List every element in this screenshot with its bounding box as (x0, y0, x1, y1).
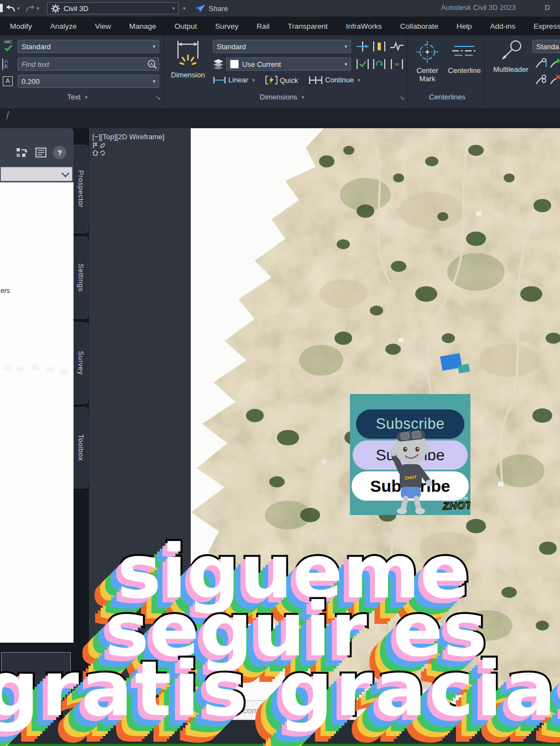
text-panel-launcher[interactable]: ↘ (155, 94, 160, 101)
viewport-mini-icons-row2 (92, 150, 106, 156)
dimension-button[interactable]: Dimension (168, 40, 208, 93)
toolspace-tab-survey[interactable]: Survey (74, 322, 88, 404)
share-plane-icon (195, 4, 206, 13)
workspace-dropdown[interactable]: Civil 3D ▾ (47, 2, 179, 14)
dim-chain-icon[interactable]: ∞ (390, 59, 404, 70)
civil3d-window: ▾ ▾ Civil 3D ▾ ▾ (0, 0, 560, 746)
viewport-label[interactable]: [−][Top][2D Wireframe] (92, 133, 164, 141)
drawing-tab-strip: / (0, 108, 560, 128)
help-button[interactable]: ? (53, 146, 66, 159)
tree-item-fragment: ers (1, 287, 10, 295)
multileader-label: Multileader (491, 65, 531, 73)
quick-dimension-button[interactable]: Quick (265, 76, 298, 85)
undo-button[interactable]: ▾ (6, 5, 20, 12)
text-style-dropdown[interactable]: Standard ▾ (18, 40, 159, 53)
add-leader-icon[interactable] (535, 57, 547, 69)
toolspace-combobox[interactable] (1, 167, 72, 181)
subscribe-overlay: Subscribe Subscribe Subscribe (350, 394, 470, 515)
center-mark-label: Center Mark (411, 66, 443, 83)
redo-button[interactable]: ▾ (25, 5, 40, 12)
toolspace-tab-toolbox[interactable]: Toolbox (74, 407, 88, 488)
leaf-icon[interactable] (100, 143, 106, 149)
tab-express-tools[interactable]: Express To (533, 22, 560, 30)
linear-icon (213, 77, 226, 83)
tab-infraworks[interactable]: InfraWorks (346, 22, 382, 30)
home-icon[interactable] (92, 150, 98, 156)
tab-survey[interactable]: Survey (215, 22, 238, 30)
toolspace-tab-settings[interactable]: Settings (74, 237, 88, 319)
leader-add-icon[interactable] (549, 57, 560, 69)
toolspace-tab-prospector[interactable]: Prospector (74, 145, 88, 233)
adjust-space-icon[interactable] (372, 41, 386, 52)
preview-pane-button[interactable] (34, 146, 48, 159)
text-height-icon: A (3, 76, 13, 86)
qat-customize-caret[interactable]: ▾ (183, 6, 186, 11)
jogged-line-icon[interactable] (390, 41, 404, 52)
spell-check-icon[interactable]: ABC (1, 40, 15, 53)
toolspace-tab-strip: Prospector Settings Survey Toolbox (74, 128, 89, 721)
centerlines-panel-title: Centerlines (411, 93, 483, 101)
workspace-label: Civil 3D (64, 4, 167, 13)
dimensions-panel-launcher[interactable]: ↘ (399, 94, 404, 101)
gear-icon (51, 4, 60, 13)
break-dimension-icon[interactable] (355, 41, 370, 52)
mleader-style-value: Standa (536, 43, 560, 51)
dropdown-caret: ▾ (344, 61, 347, 67)
dimensions-panel-title[interactable]: Dimensions▾ (232, 93, 332, 101)
mascot-character: ZHOT (376, 424, 443, 515)
continue-dimension-button[interactable]: Continue ▾ (308, 76, 360, 84)
tab-help[interactable]: Help (457, 22, 472, 30)
tab-transparent[interactable]: Transparent (287, 22, 327, 30)
dim-layer-dropdown[interactable]: Use Current ▾ (226, 57, 351, 71)
panel-separator (484, 36, 485, 106)
tab-output[interactable]: Output (175, 22, 197, 30)
tab-rail[interactable]: Rail (257, 22, 269, 30)
multileader-button[interactable]: Multileader (491, 40, 531, 101)
tab-modify[interactable]: Modify (10, 22, 32, 30)
centerline-button[interactable]: Centerline (446, 40, 483, 101)
tab-addins[interactable]: Add-ins (490, 22, 516, 30)
dim-check-icon[interactable] (355, 59, 370, 70)
text-panel-title[interactable]: Text▾ (33, 93, 122, 101)
svg-text:A: A (150, 61, 153, 66)
dim-style-value: Standard (217, 43, 343, 51)
redo-caret[interactable]: ▾ (37, 6, 40, 11)
toolspace-tree-area[interactable]: ers (0, 182, 74, 643)
linear-button[interactable]: Linear ▾ (213, 76, 255, 84)
flag-icon[interactable] (92, 143, 98, 149)
find-text-field[interactable]: A (18, 57, 159, 71)
tab-collaborate[interactable]: Collaborate (400, 22, 438, 30)
doc-name-fragment: D (545, 3, 550, 12)
dim-layer-value: Use Current (242, 60, 343, 69)
undo-caret[interactable]: ▾ (17, 6, 20, 11)
center-mark-icon (415, 40, 439, 64)
dim-update-icon[interactable] (372, 59, 386, 70)
text-height-dropdown[interactable]: 0.200 ▾ (18, 75, 159, 88)
dim-style-dropdown[interactable]: Standard ▾ (213, 40, 351, 53)
find-text-input[interactable] (18, 57, 159, 71)
workspace-caret: ▾ (172, 6, 175, 11)
title-bar: ▾ ▾ Civil 3D ▾ ▾ (0, 0, 560, 17)
dimension-icon (175, 40, 201, 69)
loop-arrow-icon[interactable] (100, 150, 106, 156)
edit-text-icon[interactable]: AB (2, 57, 14, 71)
share-button[interactable]: Share (195, 4, 228, 13)
layer-color-swatch (230, 60, 239, 69)
item-view-toggle-button[interactable] (15, 146, 29, 159)
mleader-style-dropdown[interactable]: Standa (532, 40, 560, 53)
centerline-icon (451, 40, 478, 64)
quick-icon (265, 76, 278, 85)
tab-analyze[interactable]: Analyze (50, 22, 77, 30)
remove-leader-icon[interactable] (535, 74, 547, 85)
chevron-down-icon (61, 170, 69, 177)
tab-view[interactable]: View (95, 22, 111, 30)
continue-label: Continue (325, 76, 354, 84)
multileader-icon (498, 40, 524, 63)
leader-remove-icon[interactable] (549, 74, 560, 85)
center-mark-button[interactable]: Center Mark (411, 40, 443, 101)
find-magnifier-icon[interactable]: A (147, 59, 157, 69)
toolspace-palette: ? ers (0, 128, 74, 721)
continue-icon (308, 76, 323, 84)
layers-icon (213, 59, 224, 70)
tab-manage[interactable]: Manage (129, 22, 156, 30)
